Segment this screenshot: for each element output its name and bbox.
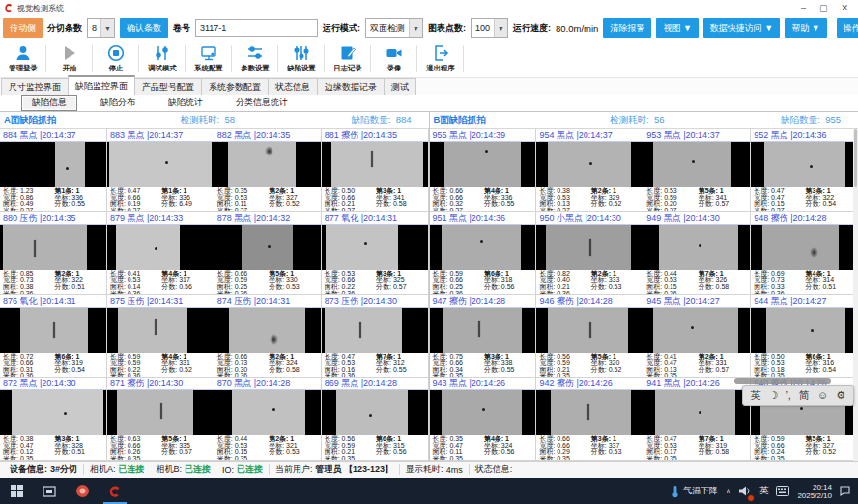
defect-cell[interactable]: 941 黑点 |20:14:26长度: 0.47宽度: 0.53面积: 0.17… [644,378,751,461]
defect-cell[interactable]: 872 黑点 |20:14:30长度: 0.38宽度: 0.47面积: 0.12… [0,378,107,461]
slit-count-select[interactable]: 8 ▼ [87,18,115,38]
ime-moon-icon[interactable]: ☽ [769,386,779,405]
param-settings-button[interactable]: 参数设置 [232,41,277,77]
defect-cell[interactable]: 878 黑点 |20:14:32长度: 0.66宽度: 0.59面积: 0.25… [214,212,322,295]
ime-settings-icon[interactable]: ⚙ [836,386,845,405]
tray-expand-button[interactable]: ∧ [726,487,731,495]
defect-cell[interactable]: 950 小黑点 |20:14:30长度: 0.82宽度: 0.40面积: 0.2… [536,212,644,295]
operator-side-button[interactable]: 操作侧 [837,18,858,38]
browser-app-icon[interactable] [66,478,99,504]
camera-icon [386,44,403,62]
defect-cell[interactable]: 948 擦伤 |20:14:28长度: 0.69宽度: 0.73面积: 0.33… [751,212,858,295]
defect-cell[interactable]: 881 擦伤 |20:14:35长度: 0.50宽度: 0.66面积: 0.21… [322,129,429,212]
defect-cell[interactable]: 876 氧化 |20:14:31长度: 0.72宽度: 0.66面积: 0.31… [0,295,107,378]
defect-cell[interactable]: 877 氧化 |20:14:31长度: 0.53宽度: 0.66面积: 0.22… [322,212,429,295]
input-language-indicator[interactable]: 英 [759,485,769,497]
run-mode-select[interactable]: 双面检测 ▼ [365,18,423,38]
defect-cell[interactable]: 874 压伤 |20:14:31长度: 0.66宽度: 0.73面积: 0.30… [214,295,322,378]
drive-side-button[interactable]: 传动侧 [3,18,43,38]
defect-cell[interactable]: 879 黑点 |20:14:33长度: 0.41宽度: 0.53面积: 0.14… [107,212,214,295]
help-menu-button[interactable]: 帮助 ▼ [785,18,826,38]
ime-simplified-toggle[interactable]: 简 [799,386,810,405]
chart-points-select[interactable]: 100 ▼ [471,18,508,38]
defect-mark [800,407,803,410]
defect-cell[interactable]: 955 黑点 |20:14:39长度: 0.66宽度: 0.66面积: 0.32… [430,129,537,212]
defect-cell-header: 943 黑点 |20:14:26 [430,378,536,390]
defect-cell[interactable]: 869 黑点 |20:14:28长度: 0.56宽度: 0.59面积: 0.21… [322,378,429,461]
start-button[interactable] [0,478,33,504]
data-access-menu-button[interactable]: 数据快捷访问 ▼ [703,18,780,38]
volume-icon[interactable] [739,483,752,500]
defect-image [644,390,750,435]
defect-cell[interactable]: 875 压伤 |20:14:31长度: 0.59宽度: 0.59面积: 0.22… [107,295,214,378]
task-view-button[interactable] [33,478,66,504]
vertical-scrollbar[interactable] [853,129,858,461]
sub-tab-0[interactable]: 缺陷信息 [21,95,77,111]
close-button[interactable]: ✕ [841,0,848,15]
defect-mark [810,247,818,258]
defect-meta: 长度: 0.59宽度: 0.59面积: 0.22米数: 0.36第4条: 1坐标… [107,353,214,378]
ime-lang-toggle[interactable]: 英 [751,386,761,405]
defect-cell[interactable]: 953 黑点 |20:14:37长度: 0.53宽度: 0.59面积: 0.20… [644,129,751,212]
weather-widget[interactable]: 气温下降 [672,485,718,498]
main-tab-0[interactable]: 尺寸监控界面 [1,78,69,95]
defect-settings-button[interactable]: 缺陷设置 [278,41,324,77]
exit-button[interactable]: 退出程序 [417,41,463,77]
system-config-button[interactable]: 系统配置 [186,41,231,77]
minimize-button[interactable]: – [801,0,806,15]
defect-cell[interactable]: 870 黑点 |20:14:28长度: 0.44宽度: 0.53面积: 0.15… [214,378,322,461]
panel-b-grid: 955 黑点 |20:14:39长度: 0.66宽度: 0.66面积: 0.32… [430,129,858,461]
defect-cell[interactable]: 949 黑点 |20:14:30长度: 0.44宽度: 0.53面积: 0.15… [644,212,751,295]
defect-cell-header: 947 擦伤 |20:14:28 [430,295,536,308]
defect-cell[interactable]: 947 擦伤 |20:14:28长度: 0.75宽度: 0.66面积: 0.34… [430,295,537,378]
defect-cell[interactable]: 942 擦伤 |20:14:26长度: 0.66宽度: 0.66面积: 0.29… [536,378,644,461]
defect-cell[interactable]: 943 黑点 |20:14:26长度: 0.35宽度: 0.47面积: 0.11… [430,378,537,461]
defect-cell[interactable]: 884 黑点 |20:14:37长度: 1.23宽度: 0.86面积: 0.49… [0,129,107,212]
main-tab-4[interactable]: 状态信息 [268,78,318,95]
horizontal-scrollbar-thumb[interactable] [734,378,831,384]
start-button[interactable]: 开始 [46,41,92,77]
login-button[interactable]: 管理登录 [0,41,45,77]
sub-tab-2[interactable]: 缺陷统计 [158,96,213,110]
defect-cell[interactable]: 951 黑点 |20:14:36长度: 0.59宽度: 0.66面积: 0.25… [430,212,537,295]
touch-keyboard-icon[interactable] [776,486,789,496]
defect-cell[interactable]: 945 黑点 |20:14:27长度: 0.41宽度: 0.47面积: 0.13… [644,295,751,378]
sub-tab-1[interactable]: 缺陷分布 [91,96,145,110]
stop-button[interactable]: 停止 [93,41,138,77]
clock[interactable]: 20:142025/2/10 [797,483,832,500]
main-tab-5[interactable]: 边缘数据记录 [317,78,385,95]
defect-cell[interactable]: 946 擦伤 |20:14:28长度: 0.56宽度: 0.59面积: 0.21… [536,295,644,378]
main-tab-2[interactable]: 产品型号配置 [134,78,202,95]
defect-cell[interactable]: 952 黑点 |20:14:36长度: 0.47宽度: 0.47面积: 0.15… [751,129,858,212]
log-button[interactable]: 日志记录 [325,41,370,77]
view-menu-button[interactable]: 视图 ▼ [656,18,698,38]
tune-icon [154,44,171,62]
inspection-app-icon[interactable] [99,478,131,504]
record-button[interactable]: 录像 [371,41,416,77]
confirm-count-button[interactable]: 确认条数 [120,18,168,38]
main-tab-1[interactable]: 缺陷监控界面 [68,75,135,95]
ime-toolbar[interactable]: 英☽’,简☺⚙ [742,385,854,406]
notification-center-icon[interactable] [840,486,852,497]
roll-number-input[interactable] [195,19,318,37]
icon-toolbar-label: 缺陷设置 [287,63,315,72]
maximize-button[interactable]: ▢ [819,0,828,15]
main-tab-6[interactable]: 测试 [384,78,416,95]
defect-cell[interactable]: 871 擦伤 |20:14:30长度: 0.63宽度: 0.66面积: 0.26… [107,378,214,461]
ime-emoji-icon[interactable]: ☺ [817,386,828,405]
defect-cell[interactable]: 873 压伤 |20:14:30长度: 0.47宽度: 0.53面积: 0.16… [322,295,429,378]
clear-alarm-button[interactable]: 清除报警 [603,18,651,38]
debug-mode-button[interactable]: 调试模式 [139,41,185,77]
defect-image [0,308,106,353]
sub-tab-3[interactable]: 分类信息统计 [226,96,298,110]
ime-punct-toggle[interactable]: ’, [786,386,791,405]
defect-cell[interactable]: 882 黑点 |20:14:35长度: 0.35宽度: 0.53面积: 0.11… [214,129,322,212]
defect-cell[interactable]: 883 黑点 |20:14:37长度: 0.47宽度: 0.66面积: 0.19… [107,129,214,212]
defect-meta: 长度: 0.50宽度: 0.53面积: 0.18米数: 0.35第6条: 1坐标… [751,353,857,378]
defect-cell-header: 884 黑点 |20:14:37 [0,129,106,142]
defect-cell[interactable]: 944 黑点 |20:14:27长度: 0.50宽度: 0.53面积: 0.18… [751,295,858,378]
defect-cell[interactable]: 880 压伤 |20:14:35长度: 0.85宽度: 0.73面积: 0.38… [0,212,107,295]
main-tab-3[interactable]: 系统参数配置 [201,78,269,95]
defect-cell[interactable]: 954 黑点 |20:14:37长度: 0.38宽度: 0.53面积: 0.13… [536,129,644,212]
defect-meta: 长度: 0.38宽度: 0.47面积: 0.12米数: 0.35第3条: 1坐标… [0,435,106,460]
